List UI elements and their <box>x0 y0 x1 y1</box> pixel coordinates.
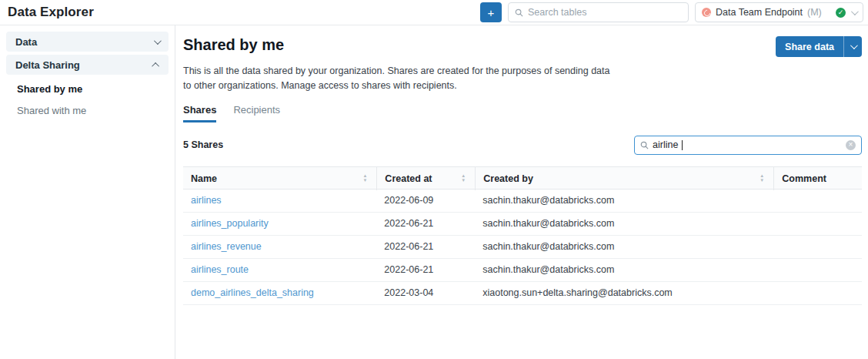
filter-value: airline <box>653 139 678 150</box>
app-title: Data Explorer <box>8 5 94 20</box>
text-cursor <box>682 140 683 150</box>
sort-icon[interactable]: ▲▼ <box>362 174 369 183</box>
main-header: Shared by me Share data <box>183 36 862 57</box>
share-name-link[interactable]: airlines_popularity <box>191 218 269 229</box>
top-bar: Data Explorer + Data Team Endpoint (M) ✓ <box>0 0 868 25</box>
cell-created-by: sachin.thakur@databricks.com <box>475 218 773 229</box>
cell-created-by: sachin.thakur@databricks.com <box>475 241 773 252</box>
cell-name: demo_airlines_delta_sharing <box>183 287 376 298</box>
share-name-link[interactable]: airlines_route <box>191 264 249 275</box>
share-name-link[interactable]: demo_airlines_delta_sharing <box>191 287 314 298</box>
endpoint-selector[interactable]: Data Team Endpoint (M) ✓ <box>695 2 863 22</box>
share-data-split-button: Share data <box>776 36 862 57</box>
chevron-up-icon <box>152 62 159 69</box>
endpoint-size: (M) <box>807 7 822 18</box>
column-header-name[interactable]: Name ▲▼ <box>183 167 376 190</box>
shares-table: Name ▲▼ Created at ▲▼ Created by ▲▼ Comm… <box>183 166 862 305</box>
shares-table-body: airlines2022-06-09sachin.thakur@databric… <box>183 190 862 305</box>
cell-created-by: sachin.thakur@databricks.com <box>475 264 773 275</box>
page-description: This is all the data shared by your orga… <box>183 64 618 94</box>
column-header-created-at[interactable]: Created at ▲▼ <box>376 167 475 190</box>
table-row: airlines_popularity2022-06-21sachin.thak… <box>183 213 862 236</box>
table-header-row: Name ▲▼ Created at ▲▼ Created by ▲▼ Comm… <box>183 166 862 190</box>
cell-created-by: sachin.thakur@databricks.com <box>475 195 773 206</box>
sort-icon[interactable]: ▲▼ <box>760 174 766 183</box>
cell-name: airlines <box>183 195 376 206</box>
tab-shares[interactable]: Shares <box>183 104 216 122</box>
endpoint-state: ✓ <box>836 8 856 18</box>
table-row: airlines_route2022-06-21sachin.thakur@da… <box>183 259 862 282</box>
topbar-actions: + Data Team Endpoint (M) ✓ <box>480 2 863 22</box>
endpoint-running-icon: ✓ <box>836 8 846 18</box>
list-controls: 5 Shares airline × <box>183 136 862 155</box>
add-button[interactable]: + <box>480 2 502 22</box>
column-header-comment[interactable]: Comment <box>773 167 862 190</box>
sidebar-item-shared-with-me[interactable]: Shared with me <box>6 99 169 121</box>
cell-created-at: 2022-06-21 <box>376 241 475 252</box>
share-name-link[interactable]: airlines <box>191 195 222 206</box>
tab-bar: Shares Recipients <box>183 104 862 122</box>
cell-created-at: 2022-06-21 <box>376 264 475 275</box>
cell-name: airlines_popularity <box>183 218 376 229</box>
share-data-dropdown-button[interactable] <box>843 36 862 57</box>
sidebar: Data Delta Sharing Shared by me Shared w… <box>0 25 175 359</box>
chevron-down-icon <box>851 8 859 15</box>
search-icon <box>640 141 649 149</box>
endpoint-icon <box>702 8 711 17</box>
endpoint-name: Data Team Endpoint <box>716 7 803 18</box>
sidebar-section-data[interactable]: Data <box>6 32 169 52</box>
chevron-down-icon <box>850 42 858 49</box>
sort-icon[interactable]: ▲▼ <box>461 174 467 183</box>
search-icon <box>515 8 523 17</box>
table-row: demo_airlines_delta_sharing2022-03-04xia… <box>183 282 862 305</box>
filter-shares-input[interactable]: airline × <box>634 136 862 155</box>
column-header-created-by[interactable]: Created by ▲▼ <box>475 167 773 190</box>
sidebar-section-label: Delta Sharing <box>15 59 80 71</box>
search-tables-input[interactable] <box>528 7 682 18</box>
global-search[interactable] <box>508 2 689 22</box>
table-row: airlines_revenue2022-06-21sachin.thakur@… <box>183 236 862 259</box>
cell-created-at: 2022-06-09 <box>376 195 475 206</box>
cell-created-at: 2022-03-04 <box>376 287 475 298</box>
cell-created-by: xiaotong.sun+delta.sharing@databricks.co… <box>475 287 773 298</box>
share-data-button[interactable]: Share data <box>776 36 843 57</box>
chevron-down-icon <box>154 37 162 45</box>
sidebar-section-delta-sharing[interactable]: Delta Sharing <box>6 55 169 75</box>
sidebar-section-label: Data <box>15 36 37 48</box>
share-name-link[interactable]: airlines_revenue <box>191 241 262 252</box>
cell-name: airlines_revenue <box>183 241 376 252</box>
shares-count: 5 Shares <box>183 139 223 150</box>
clear-filter-icon[interactable]: × <box>846 140 856 150</box>
main-content: Shared by me Share data This is all the … <box>175 25 868 359</box>
tab-recipients[interactable]: Recipients <box>233 104 280 122</box>
page-title: Shared by me <box>183 36 284 54</box>
cell-name: airlines_route <box>183 264 376 275</box>
table-row: airlines2022-06-09sachin.thakur@databric… <box>183 190 862 213</box>
sidebar-item-shared-by-me[interactable]: Shared by me <box>6 78 169 99</box>
cell-created-at: 2022-06-21 <box>376 218 475 229</box>
